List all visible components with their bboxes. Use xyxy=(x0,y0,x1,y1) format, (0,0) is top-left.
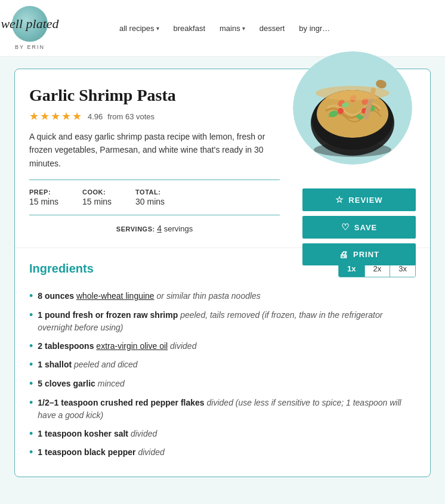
nav-label: all recipes xyxy=(119,24,154,33)
chevron-down-icon: ▾ xyxy=(242,25,245,32)
servings-row: SERVINGS: 4 servings xyxy=(29,224,280,233)
save-label: SAVE xyxy=(354,223,377,232)
ingredients-section: Ingredients 1x 2x 3x • 8 ounces whole-wh… xyxy=(15,248,430,477)
bullet-icon: • xyxy=(29,309,33,322)
recipe-left: Garlic Shrimp Pasta ★★★★★ 4.96 from 63 v… xyxy=(29,86,292,233)
list-item: • 1 shallot peeled and diced xyxy=(29,355,416,375)
save-button[interactable]: ♡ SAVE xyxy=(302,216,416,239)
bullet-icon: • xyxy=(29,428,33,441)
recipe-title: Garlic Shrimp Pasta xyxy=(29,86,292,105)
nav-label: mains xyxy=(220,24,240,33)
list-item: • 1 teaspoon black pepper divided xyxy=(29,443,416,462)
star-icon: ☆ xyxy=(335,194,344,205)
svg-point-8 xyxy=(338,108,344,114)
prep-time: PREP: 15 mins xyxy=(29,188,58,206)
list-item: • 8 ounces whole-wheat linguine or simil… xyxy=(29,287,416,306)
nav-label: breakfast xyxy=(174,24,205,33)
prep-label: PREP: xyxy=(29,188,58,196)
total-time: TOTAL: 30 mins xyxy=(135,188,165,206)
logo-area: well plated BY ERIN xyxy=(12,6,95,50)
list-item: • 1 pound fresh or frozen raw shrimp pee… xyxy=(29,306,416,337)
food-image xyxy=(293,51,412,165)
time-divider-bottom xyxy=(29,215,280,215)
nav: all recipes ▾ breakfast mains ▾ dessert … xyxy=(119,24,330,33)
ingredient-link[interactable]: extra-virgin olive oil xyxy=(96,341,168,351)
time-row: PREP: 15 mins COOK: 15 mins TOTAL: 30 mi… xyxy=(29,188,292,206)
list-item: • 1/2–1 teaspoon crushed red pepper flak… xyxy=(29,394,416,425)
ingredients-title: Ingredients xyxy=(29,262,94,276)
page-wrapper: Garlic Shrimp Pasta ★★★★★ 4.96 from 63 v… xyxy=(0,57,445,495)
servings-unit: servings xyxy=(164,224,193,233)
nav-item-by-ingredient[interactable]: by ingr… xyxy=(299,24,330,33)
logo-wrapper: well plated BY ERIN xyxy=(12,6,48,50)
list-item: • 5 cloves garlic minced xyxy=(29,375,416,394)
time-divider-top xyxy=(29,180,280,180)
print-icon: 🖨 xyxy=(339,249,348,259)
print-button[interactable]: 🖨 PRINT xyxy=(302,243,416,265)
nav-item-breakfast[interactable]: breakfast xyxy=(174,24,205,33)
action-buttons: ☆ REVIEW ♡ SAVE 🖨 PRINT xyxy=(302,188,416,265)
bullet-icon: • xyxy=(29,340,33,353)
cook-time: COOK: 15 mins xyxy=(82,188,112,206)
ingredients-list: • 8 ounces whole-wheat linguine or simil… xyxy=(29,287,416,462)
nav-item-dessert[interactable]: dessert xyxy=(259,24,285,33)
svg-point-13 xyxy=(314,143,391,157)
bullet-icon: • xyxy=(29,397,33,410)
review-button[interactable]: ☆ REVIEW xyxy=(302,188,416,211)
nav-item-mains[interactable]: mains ▾ xyxy=(220,24,245,33)
rating-stars: ★★★★★ xyxy=(29,110,83,123)
nav-item-all-recipes[interactable]: all recipes ▾ xyxy=(119,24,159,33)
heart-icon: ♡ xyxy=(341,222,350,233)
servings-label: SERVINGS: xyxy=(116,225,155,233)
recipe-description: A quick and easy garlic shrimp pasta rec… xyxy=(29,130,280,170)
svg-point-12 xyxy=(316,86,390,100)
bullet-icon: • xyxy=(29,446,33,459)
logo-byline: BY ERIN xyxy=(15,44,45,50)
chevron-down-icon: ▾ xyxy=(156,25,159,32)
ingredient-link[interactable]: whole-wheat linguine xyxy=(76,291,154,301)
nav-label: dessert xyxy=(259,24,285,33)
servings-value[interactable]: 4 xyxy=(157,224,162,233)
prep-value: 15 mins xyxy=(29,197,58,206)
food-image-wrapper xyxy=(293,51,412,165)
rating-score: 4.96 xyxy=(88,112,103,121)
recipe-card: Garlic Shrimp Pasta ★★★★★ 4.96 from 63 v… xyxy=(14,69,431,477)
list-item: • 1 teaspoon kosher salt divided xyxy=(29,425,416,444)
logo-circle: well plated xyxy=(12,6,48,42)
bullet-icon: • xyxy=(29,290,33,303)
total-label: TOTAL: xyxy=(135,188,165,196)
list-item: • 2 tablespoons extra-virgin olive oil d… xyxy=(29,337,416,356)
rating-row: ★★★★★ 4.96 from 63 votes xyxy=(29,110,292,123)
print-label: PRINT xyxy=(353,250,379,259)
total-value: 30 mins xyxy=(135,197,165,206)
logo-text: well plated xyxy=(1,17,58,30)
rating-votes: from 63 votes xyxy=(107,112,154,121)
cook-label: COOK: xyxy=(82,188,112,196)
nav-label: by ingr… xyxy=(299,24,330,33)
bullet-icon: • xyxy=(29,378,33,391)
review-label: REVIEW xyxy=(348,196,382,205)
header: well plated BY ERIN all recipes ▾ breakf… xyxy=(0,0,445,57)
cook-value: 15 mins xyxy=(82,197,112,206)
bullet-icon: • xyxy=(29,358,33,372)
